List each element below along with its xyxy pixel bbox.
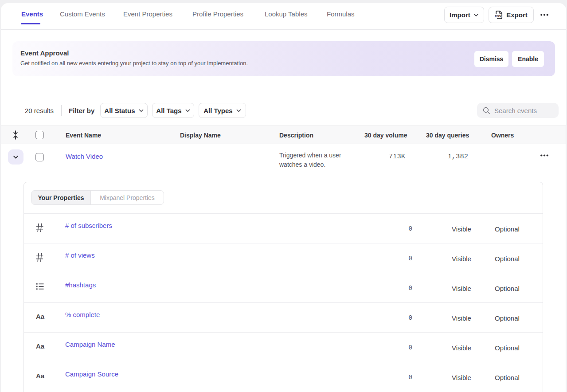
svg-text:csv: csv xyxy=(495,14,501,19)
